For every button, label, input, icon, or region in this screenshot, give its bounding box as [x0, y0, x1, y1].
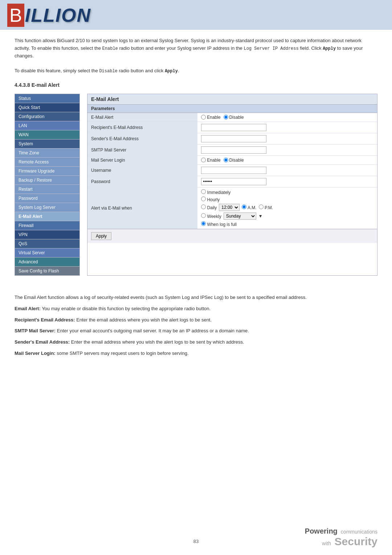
desc-paragraph-1: The Email Alert function allows a log of… — [15, 294, 377, 301]
radio-disable[interactable] — [224, 115, 228, 119]
sidebar-item-advanced[interactable]: Advanced — [15, 258, 79, 267]
field-label-maillogin: Mail Server Login — [87, 155, 197, 165]
radio-group-mail-login: Enable Disable — [201, 158, 373, 163]
desc-label-emailalert: Email Alert: — [15, 306, 41, 311]
sidebar-item-syslogserver[interactable]: System Log Server — [15, 203, 79, 212]
sidebar-item-configuration[interactable]: Configuration — [15, 112, 79, 121]
radio-pm[interactable] — [259, 204, 264, 209]
radio-daily-label[interactable]: Daily — [201, 204, 217, 210]
radio-login-disable[interactable] — [224, 158, 228, 162]
field-label-email-alert: E-Mail Alert — [87, 113, 197, 122]
brand-footer: Powering communications with Security — [305, 527, 377, 548]
brand-security-line: with Security — [305, 535, 377, 548]
sidebar-item-vpn[interactable]: VPN — [15, 230, 79, 239]
input-username[interactable] — [201, 167, 266, 174]
label-weekly: Weekly — [207, 214, 221, 219]
radio-am[interactable] — [242, 204, 246, 209]
radio-weekly-label[interactable]: Weekly — [201, 213, 221, 219]
sidebar-item-virtualserver[interactable]: Virtual Server — [15, 248, 79, 258]
sidebar-item-qos[interactable]: QoS — [15, 239, 79, 248]
sidebar-item-emailalert[interactable]: E-Mail Alert — [15, 212, 79, 221]
radio-whenlogfull[interactable] — [201, 221, 206, 226]
sidebar-item-status[interactable]: Status — [15, 94, 79, 103]
schedule-whenlogfull: When log is full — [201, 221, 373, 227]
field-value-smtp — [197, 144, 377, 155]
radio-am-label[interactable]: A.M. — [242, 204, 256, 210]
desc-text-emailalert: You may enable or disable this function … — [41, 306, 211, 311]
table-row: Username — [87, 165, 377, 176]
radio-hourly-label[interactable]: Hourly — [201, 197, 220, 202]
logo-b-letter: B — [7, 4, 24, 27]
radio-enable-label[interactable]: Enable — [201, 115, 220, 120]
logo-text: ILLION — [25, 5, 91, 26]
main-content: This function allows BiGuard 2/10 to sen… — [0, 30, 392, 368]
apply-row: Apply — [87, 229, 377, 243]
desc-label-smtp: SMTP Mail Server: — [15, 328, 56, 333]
radio-login-enable[interactable] — [201, 158, 206, 162]
radio-group-email-alert: Enable Disable — [201, 115, 373, 120]
radio-login-enable-label[interactable]: Enable — [201, 158, 220, 163]
schedule-weekly: Weekly Sunday Monday Tuesday Wednesday T… — [201, 212, 373, 220]
radio-immediately-label[interactable]: Immediately — [201, 189, 230, 195]
field-value-email-alert: Enable Disable — [197, 113, 377, 122]
select-time[interactable]: 12:00 1:00 2:00 6:00 — [219, 204, 240, 211]
table-row: Mail Server Login Enable Disable — [87, 155, 377, 165]
sidebar-item-firewall[interactable]: Firewall — [15, 221, 79, 230]
sidebar-item-password[interactable]: Password — [15, 194, 79, 203]
radio-whenlogfull-label[interactable]: When log is full — [201, 221, 237, 227]
field-value-recipient — [197, 122, 377, 133]
sidebar-item-lan[interactable]: LAN — [15, 121, 79, 130]
apply-button[interactable]: Apply — [91, 232, 111, 240]
radio-daily[interactable] — [201, 204, 206, 209]
input-recipient-email[interactable] — [201, 124, 266, 131]
label-whenlogfull: When log is full — [207, 222, 237, 227]
desc-label-maillogin: Mail Server Login: — [15, 351, 56, 356]
sidebar-item-timezone[interactable]: Time Zone — [15, 149, 79, 158]
desc-paragraph-2: Email Alert: You may enable or disable t… — [15, 305, 377, 313]
sidebar-item-restart[interactable]: Restart — [15, 185, 79, 194]
brand-powering: Powering — [305, 527, 338, 535]
radio-pm-label[interactable]: P.M. — [259, 204, 273, 210]
field-label-smtp: SMTP Mail Server — [87, 144, 197, 155]
radio-disable-label[interactable]: Disable — [224, 115, 244, 120]
desc-paragraph-5: Sender's Email Address: Enter the email … — [15, 339, 377, 346]
schedule-immediately: Immediately — [201, 189, 373, 195]
params-header: Parameters — [87, 105, 377, 113]
radio-hourly[interactable] — [201, 197, 206, 201]
field-label-recipient: Recipient's E-Mail Address — [87, 122, 197, 133]
brand-with: with — [322, 540, 331, 546]
sidebar-item-firmware[interactable]: Firmware Upgrade — [15, 167, 79, 176]
sidebar-item-saveconfig[interactable]: Save Config to Flash — [15, 267, 79, 275]
select-day[interactable]: Sunday Monday Tuesday Wednesday Thursday… — [224, 212, 256, 220]
field-label-username: Username — [87, 165, 197, 176]
section-heading: 4.4.3.8 E-mail Alert — [15, 82, 377, 88]
radio-login-disable-label[interactable]: Disable — [224, 158, 244, 163]
sidebar-item-wan[interactable]: WAN — [15, 130, 79, 139]
radio-immediately[interactable] — [201, 189, 206, 194]
desc-text-recipient: Enter the email address where you wish t… — [75, 317, 212, 323]
label-immediately: Immediately — [207, 190, 231, 195]
input-sender-email[interactable] — [201, 135, 266, 142]
input-smtp-server[interactable] — [201, 146, 266, 154]
logo: BILLION — [7, 4, 91, 27]
sidebar-item-backup[interactable]: Backup / Restore — [15, 176, 79, 185]
description-section: The Email Alert function allows a log of… — [15, 294, 377, 361]
table-row: Sender's E-Mail Address — [87, 133, 377, 144]
sidebar-item-remoteaccess[interactable]: Remote Access — [15, 158, 79, 167]
desc-text-maillogin: some SMTP servers may request users to l… — [56, 351, 189, 356]
brand-security: Security — [335, 535, 377, 547]
radio-enable[interactable] — [201, 115, 206, 119]
schedule-options: Immediately Hourly Daily 12:00 1:00 — [201, 189, 373, 227]
panel-title: E-Mail Alert — [87, 94, 377, 105]
input-password[interactable] — [201, 178, 266, 185]
label-am: A.M. — [248, 205, 257, 210]
desc-label-recipient: Recipient's Email Address: — [15, 317, 75, 323]
field-value-username — [197, 165, 377, 176]
dropdown-icon: ▼ — [258, 214, 263, 219]
sidebar-item-quickstart[interactable]: Quick Start — [15, 103, 79, 112]
header: BILLION — [0, 0, 392, 30]
sidebar-item-system[interactable]: System — [15, 139, 79, 149]
radio-weekly[interactable] — [201, 213, 206, 218]
field-label-password: Password — [87, 176, 197, 187]
table-row: E-Mail Alert Enable Disable — [87, 113, 377, 122]
